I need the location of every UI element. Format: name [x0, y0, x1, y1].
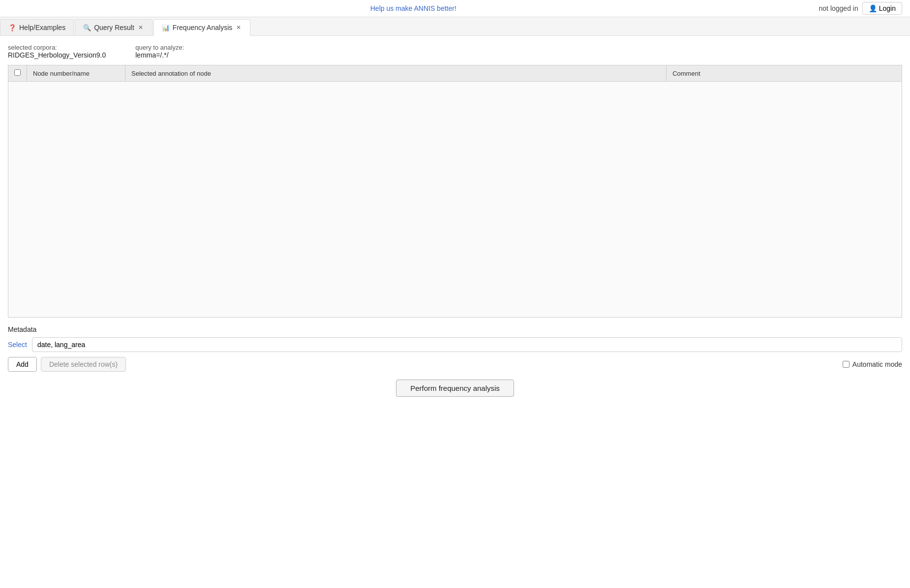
col-checkbox-header [8, 65, 27, 82]
buttons-row: Add Delete selected row(s) Automatic mod… [8, 357, 902, 372]
login-label: Login [879, 4, 896, 12]
col-comment-header: Comment [667, 65, 902, 82]
top-bar-right: not logged in 👤 Login [819, 2, 902, 15]
metadata-title: Metadata [8, 325, 902, 333]
metadata-input[interactable] [32, 337, 902, 352]
top-bar-center: Help us make ANNIS better! [370, 4, 456, 12]
table-body-area [8, 82, 902, 318]
tab-frequency-analysis-label: Frequency Analysis [173, 24, 232, 31]
query-to-analyze-value: lemma=/.*/ [135, 51, 184, 59]
selected-corpora-value: RIDGES_Herbology_Version9.0 [8, 51, 106, 59]
query-result-tab-icon: 🔍 [83, 24, 91, 31]
metadata-section: Metadata Select [8, 325, 902, 352]
select-all-checkbox[interactable] [14, 69, 21, 76]
automatic-mode-label: Automatic mode [843, 360, 902, 368]
frequency-analysis-tab-icon: 📊 [162, 24, 170, 31]
help-tab-icon: ❓ [8, 24, 16, 31]
automatic-mode-checkbox[interactable] [843, 361, 849, 368]
selected-corpora-block: selected corpora: RIDGES_Herbology_Versi… [8, 44, 106, 59]
query-to-analyze-label: query to analyze: [135, 44, 184, 51]
table-header-row: Node number/name Selected annotation of … [8, 65, 902, 82]
info-row: selected corpora: RIDGES_Herbology_Versi… [8, 44, 902, 59]
perform-frequency-analysis-button[interactable]: Perform frequency analysis [396, 380, 514, 397]
login-button[interactable]: 👤 Login [862, 2, 902, 15]
perform-row: Perform frequency analysis [8, 380, 902, 397]
add-button[interactable]: Add [8, 357, 37, 372]
selected-corpora-label: selected corpora: [8, 44, 106, 51]
main-content: selected corpora: RIDGES_Herbology_Versi… [0, 36, 910, 405]
analysis-table: Node number/name Selected annotation of … [8, 65, 902, 82]
automatic-mode-text: Automatic mode [852, 360, 902, 368]
tab-help[interactable]: ❓ Help/Examples [0, 19, 74, 35]
tabs-bar: ❓ Help/Examples 🔍 Query Result ✕ 📊 Frequ… [0, 17, 910, 36]
tab-help-label: Help/Examples [19, 24, 65, 31]
delete-button[interactable]: Delete selected row(s) [41, 357, 126, 372]
query-result-close-icon[interactable]: ✕ [137, 25, 144, 30]
tab-frequency-analysis[interactable]: 📊 Frequency Analysis ✕ [153, 19, 250, 36]
tab-query-result-label: Query Result [94, 24, 134, 31]
col-node-name-header: Node number/name [27, 65, 125, 82]
metadata-select-link[interactable]: Select [8, 341, 27, 349]
help-link[interactable]: Help us make ANNIS better! [370, 4, 456, 12]
not-logged-in-text: not logged in [819, 4, 858, 12]
user-icon: 👤 [869, 4, 877, 12]
query-analyze-block: query to analyze: lemma=/.*/ [135, 44, 184, 59]
metadata-select-row: Select [8, 337, 902, 352]
tab-query-result[interactable]: 🔍 Query Result ✕ [75, 19, 152, 35]
col-annotation-header: Selected annotation of node [125, 65, 667, 82]
frequency-analysis-close-icon[interactable]: ✕ [235, 25, 242, 30]
top-bar: Help us make ANNIS better! not logged in… [0, 0, 910, 17]
